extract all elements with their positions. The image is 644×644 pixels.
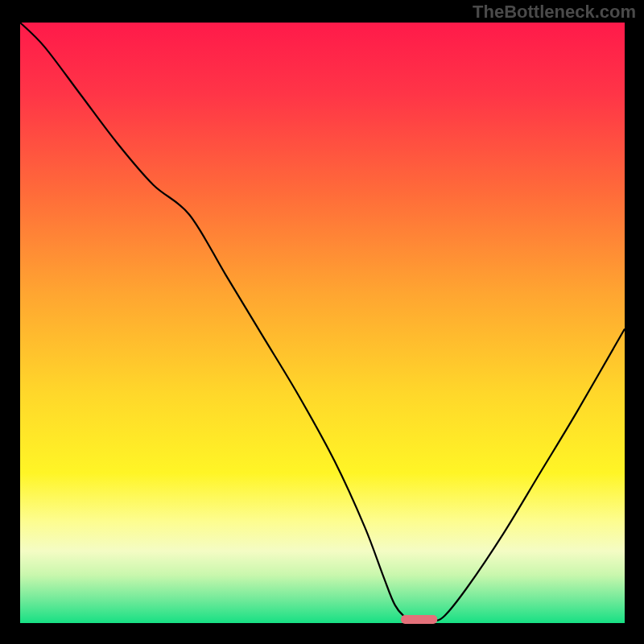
plot-background [20,23,625,623]
bottleneck-chart [0,0,644,644]
attribution-watermark: TheBottleneck.com [473,2,636,23]
chart-frame: TheBottleneck.com [0,0,644,644]
optimum-marker [401,615,437,624]
